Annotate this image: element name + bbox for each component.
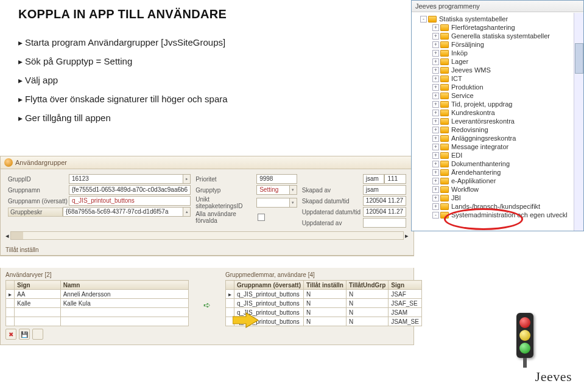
uppdaterad-av-field[interactable] — [363, 218, 406, 228]
gruppid-field[interactable]: 16123 — [69, 174, 183, 184]
tool-button[interactable]: ✖ — [5, 329, 16, 340]
expand-icon[interactable] — [432, 67, 439, 74]
col-tillat-installn[interactable]: Tillåt inställn — [304, 281, 347, 290]
tree-node[interactable]: Försäljning — [413, 40, 581, 49]
tree-node[interactable]: Tid, projekt, uppdrag — [413, 100, 581, 108]
cell-sign[interactable]: Kalle — [15, 299, 61, 308]
tree-node[interactable]: e-Applikationer — [413, 177, 581, 185]
cell-tillat-installn[interactable]: N — [304, 290, 347, 299]
col-sign[interactable]: Sign — [15, 281, 61, 290]
cell-sign[interactable]: JSAM_SE — [389, 317, 422, 326]
expand-icon[interactable] — [432, 93, 439, 99]
save-button[interactable]: 💾 — [19, 329, 30, 340]
expand-icon[interactable] — [432, 118, 439, 125]
expand-icon[interactable] — [432, 203, 439, 210]
expand-icon[interactable] — [432, 110, 439, 116]
cell-tillat-undgrp[interactable]: N — [346, 299, 388, 308]
tree-node[interactable]: Service — [413, 91, 581, 100]
tree-node[interactable]: EDI — [413, 151, 581, 159]
tree-node[interactable]: Flerföretagshantering — [413, 23, 581, 32]
skapad-av-field[interactable]: jsam — [363, 185, 406, 195]
tree-scrollbar[interactable] — [574, 13, 583, 231]
tree-body[interactable]: Statiska systemtabeller Flerföretagshant… — [412, 12, 583, 219]
tree-node-root[interactable]: Statiska systemtabeller — [413, 15, 581, 23]
cell-tillat-installn[interactable]: N — [304, 317, 347, 326]
cell-tillat-undgrp[interactable]: N — [346, 290, 388, 299]
table-row[interactable]: q_JIS_printout_buttonsNNJSAF_SE — [226, 299, 422, 308]
expand-icon[interactable] — [432, 84, 439, 91]
expand-icon[interactable] — [432, 212, 439, 219]
expand-icon[interactable] — [420, 16, 427, 23]
tree-node[interactable]: Jeeves WMS — [413, 66, 581, 74]
tree-node[interactable]: Kundreskontra — [413, 108, 581, 117]
cell-sign[interactable]: JSAF_SE — [389, 299, 422, 308]
expand-icon[interactable] — [432, 135, 439, 142]
cell-tillat-undgrp[interactable]: N — [346, 308, 388, 317]
tree-node[interactable]: Workflow — [413, 185, 581, 194]
alla-forvalda-checkbox[interactable] — [258, 214, 265, 221]
move-right-icon[interactable]: ➪ — [203, 300, 211, 310]
col-namn[interactable]: Namn — [60, 281, 188, 290]
expand-icon[interactable] — [432, 41, 439, 48]
gruppnamn-field[interactable]: {fe7555d1-0653-489d-a70c-c0d3ac9aa6b6 — [69, 185, 191, 195]
expand-icon[interactable] — [432, 33, 439, 40]
cell-gruppnamn[interactable]: q_JIS_printout_buttons — [234, 290, 304, 299]
expand-icon[interactable] — [432, 75, 439, 82]
cell-sign[interactable]: JSAM — [389, 308, 422, 317]
scroll-track[interactable] — [10, 231, 404, 240]
expand-icon[interactable] — [432, 178, 439, 184]
expand-icon[interactable] — [432, 195, 439, 201]
user-short-field[interactable]: jsam — [363, 174, 385, 184]
cell-tillat-undgrp[interactable]: N — [346, 317, 388, 326]
col-sign[interactable]: Sign — [389, 281, 422, 290]
cell-namn[interactable]: Anneli Andersson — [60, 290, 188, 299]
expand-icon[interactable] — [432, 161, 439, 167]
tree-node[interactable]: Inköp — [413, 49, 581, 57]
expand-icon[interactable] — [432, 101, 439, 108]
expand-icon[interactable] — [432, 169, 439, 176]
tree-node[interactable]: Dokumenthantering — [413, 159, 581, 168]
tree-node[interactable]: Produktion — [413, 83, 581, 91]
siteid-field[interactable] — [256, 198, 290, 208]
expand-icon[interactable] — [432, 144, 439, 150]
expand-icon[interactable] — [432, 127, 439, 133]
scroll-thumb[interactable] — [11, 232, 23, 239]
expand-icon[interactable] — [432, 152, 439, 159]
expand-icon[interactable] — [432, 58, 439, 65]
dropdown-icon[interactable]: ▾ — [290, 185, 297, 195]
skapad-datum-field[interactable]: 120504 11.27 — [363, 196, 406, 206]
tree-node[interactable]: Message integrator — [413, 142, 581, 151]
tool-button[interactable] — [32, 329, 43, 340]
tree-node[interactable]: Leverantörsreskontra — [413, 117, 581, 125]
dropdown-icon[interactable]: ▸ — [183, 174, 191, 184]
table-row[interactable]: KalleKalle Kula — [6, 299, 189, 308]
tree-node[interactable]: Generella statiska systemtabeller — [413, 32, 581, 40]
gruppnamn-oversatt-field[interactable]: q_JIS_printout_buttons — [69, 196, 191, 206]
cell-gruppnamn[interactable]: q_JIS_printout_buttons — [234, 299, 304, 308]
tree-node[interactable]: Anläggningsreskontra — [413, 134, 581, 142]
cell-sign[interactable]: AA — [15, 290, 61, 299]
scroll-left-icon[interactable]: ◂ — [5, 232, 9, 240]
table-row[interactable]: ▸AAAnneli Andersson — [6, 290, 189, 299]
scrollbar-thumb[interactable] — [575, 43, 583, 74]
col-tillat-undgrp[interactable]: TillåtUndGrp — [346, 281, 388, 290]
dropdown-icon[interactable]: ▾ — [290, 198, 297, 208]
gruppbeskr-button[interactable]: Gruppbeskr — [8, 208, 63, 217]
expand-icon[interactable]: ▴ — [183, 207, 191, 217]
form-horizontal-scroll[interactable]: ◂ ▸ — [1, 230, 413, 241]
cell-tillat-installn[interactable]: N — [304, 299, 347, 308]
prioritet-field[interactable]: 9998 — [256, 174, 297, 184]
cell-tillat-installn[interactable]: N — [304, 308, 347, 317]
uppdaterad-datum-field[interactable]: 120504 11.27 — [363, 207, 406, 217]
cell-sign[interactable]: JSAF — [389, 290, 422, 299]
tree-node[interactable]: JBI — [413, 194, 581, 202]
expand-icon[interactable] — [432, 186, 439, 193]
tree-node[interactable]: Ärendehantering — [413, 168, 581, 177]
table-row[interactable]: ▸q_JIS_printout_buttonsNNJSAF — [226, 290, 422, 299]
tree-node[interactable]: Lager — [413, 57, 581, 66]
expand-icon[interactable] — [432, 24, 439, 31]
short-num-field[interactable]: 111 — [384, 174, 406, 184]
tree-node[interactable]: ICT — [413, 74, 581, 83]
expand-icon[interactable] — [432, 50, 439, 57]
cell-namn[interactable]: Kalle Kula — [60, 299, 188, 308]
